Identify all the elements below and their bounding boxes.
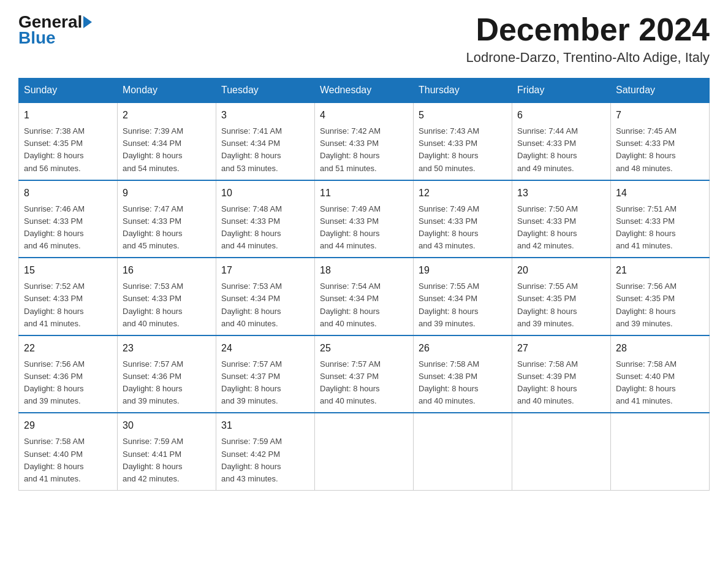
calendar-cell-13: 13Sunrise: 7:50 AMSunset: 4:33 PMDayligh…: [512, 180, 611, 258]
calendar-cell-17: 17Sunrise: 7:53 AMSunset: 4:34 PMDayligh…: [216, 258, 315, 335]
calendar-table: SundayMondayTuesdayWednesdayThursdayFrid…: [18, 78, 710, 491]
day-info: Sunrise: 7:39 AMSunset: 4:34 PMDaylight:…: [123, 125, 211, 175]
day-number: 5: [419, 108, 507, 123]
day-info: Sunrise: 7:44 AMSunset: 4:33 PMDaylight:…: [517, 125, 605, 175]
calendar-cell-24: 24Sunrise: 7:57 AMSunset: 4:37 PMDayligh…: [216, 335, 315, 413]
calendar-cell-27: 27Sunrise: 7:58 AMSunset: 4:39 PMDayligh…: [512, 335, 611, 413]
day-number: 18: [320, 263, 408, 278]
calendar-cell-empty: [414, 413, 512, 490]
calendar-cell-29: 29Sunrise: 7:58 AMSunset: 4:40 PMDayligh…: [19, 413, 118, 490]
calendar-cell-10: 10Sunrise: 7:48 AMSunset: 4:33 PMDayligh…: [216, 180, 315, 258]
day-info: Sunrise: 7:58 AMSunset: 4:40 PMDaylight:…: [616, 358, 704, 408]
header: General Blue December 2024 Lodrone-Darzo…: [18, 12, 710, 66]
day-info: Sunrise: 7:54 AMSunset: 4:34 PMDaylight:…: [320, 280, 408, 330]
header-saturday: Saturday: [611, 79, 710, 103]
header-monday: Monday: [118, 79, 216, 103]
day-number: 9: [123, 186, 211, 201]
day-info: Sunrise: 7:46 AMSunset: 4:33 PMDaylight:…: [24, 203, 112, 253]
day-info: Sunrise: 7:41 AMSunset: 4:34 PMDaylight:…: [221, 125, 309, 175]
calendar-cell-7: 7Sunrise: 7:45 AMSunset: 4:33 PMDaylight…: [611, 102, 710, 180]
header-wednesday: Wednesday: [315, 79, 414, 103]
calendar-cell-26: 26Sunrise: 7:58 AMSunset: 4:38 PMDayligh…: [414, 335, 512, 413]
day-number: 24: [221, 341, 309, 356]
day-number: 23: [123, 341, 211, 356]
calendar-cell-9: 9Sunrise: 7:47 AMSunset: 4:33 PMDaylight…: [118, 180, 216, 258]
calendar-cell-8: 8Sunrise: 7:46 AMSunset: 4:33 PMDaylight…: [19, 180, 118, 258]
day-number: 13: [517, 186, 605, 201]
day-info: Sunrise: 7:53 AMSunset: 4:34 PMDaylight:…: [221, 280, 309, 330]
day-number: 15: [24, 263, 112, 278]
location-title: Lodrone-Darzo, Trentino-Alto Adige, Ital…: [466, 50, 710, 66]
day-number: 26: [419, 341, 507, 356]
calendar-cell-1: 1Sunrise: 7:38 AMSunset: 4:35 PMDaylight…: [19, 102, 118, 180]
week-row-3: 15Sunrise: 7:52 AMSunset: 4:33 PMDayligh…: [19, 258, 710, 335]
calendar-cell-5: 5Sunrise: 7:43 AMSunset: 4:33 PMDaylight…: [414, 102, 512, 180]
calendar-cell-empty: [512, 413, 611, 490]
day-info: Sunrise: 7:47 AMSunset: 4:33 PMDaylight:…: [123, 203, 211, 253]
day-number: 29: [24, 418, 112, 433]
day-info: Sunrise: 7:48 AMSunset: 4:33 PMDaylight:…: [221, 203, 309, 253]
calendar-cell-22: 22Sunrise: 7:56 AMSunset: 4:36 PMDayligh…: [19, 335, 118, 413]
header-thursday: Thursday: [414, 79, 512, 103]
week-row-4: 22Sunrise: 7:56 AMSunset: 4:36 PMDayligh…: [19, 335, 710, 413]
day-info: Sunrise: 7:57 AMSunset: 4:37 PMDaylight:…: [320, 358, 408, 408]
day-number: 17: [221, 263, 309, 278]
day-number: 4: [320, 108, 408, 123]
day-number: 1: [24, 108, 112, 123]
logo: General Blue: [18, 12, 93, 48]
day-info: Sunrise: 7:45 AMSunset: 4:33 PMDaylight:…: [616, 125, 704, 175]
day-number: 21: [616, 263, 704, 278]
day-info: Sunrise: 7:49 AMSunset: 4:33 PMDaylight:…: [419, 203, 507, 253]
header-friday: Friday: [512, 79, 611, 103]
calendar-header-row: SundayMondayTuesdayWednesdayThursdayFrid…: [19, 79, 710, 103]
day-number: 16: [123, 263, 211, 278]
calendar-cell-12: 12Sunrise: 7:49 AMSunset: 4:33 PMDayligh…: [414, 180, 512, 258]
calendar-cell-19: 19Sunrise: 7:55 AMSunset: 4:34 PMDayligh…: [414, 258, 512, 335]
day-info: Sunrise: 7:55 AMSunset: 4:34 PMDaylight:…: [419, 280, 507, 330]
day-number: 8: [24, 186, 112, 201]
day-number: 7: [616, 108, 704, 123]
header-tuesday: Tuesday: [216, 79, 315, 103]
logo-blue-text: Blue: [18, 28, 56, 48]
day-number: 20: [517, 263, 605, 278]
day-number: 27: [517, 341, 605, 356]
calendar-cell-18: 18Sunrise: 7:54 AMSunset: 4:34 PMDayligh…: [315, 258, 414, 335]
calendar-cell-16: 16Sunrise: 7:53 AMSunset: 4:33 PMDayligh…: [118, 258, 216, 335]
day-number: 31: [221, 418, 309, 433]
day-info: Sunrise: 7:38 AMSunset: 4:35 PMDaylight:…: [24, 125, 112, 175]
day-info: Sunrise: 7:53 AMSunset: 4:33 PMDaylight:…: [123, 280, 211, 330]
day-number: 2: [123, 108, 211, 123]
calendar-cell-31: 31Sunrise: 7:59 AMSunset: 4:42 PMDayligh…: [216, 413, 315, 490]
day-info: Sunrise: 7:49 AMSunset: 4:33 PMDaylight:…: [320, 203, 408, 253]
calendar-cell-28: 28Sunrise: 7:58 AMSunset: 4:40 PMDayligh…: [611, 335, 710, 413]
week-row-1: 1Sunrise: 7:38 AMSunset: 4:35 PMDaylight…: [19, 102, 710, 180]
week-row-2: 8Sunrise: 7:46 AMSunset: 4:33 PMDaylight…: [19, 180, 710, 258]
calendar-cell-23: 23Sunrise: 7:57 AMSunset: 4:36 PMDayligh…: [118, 335, 216, 413]
calendar-cell-20: 20Sunrise: 7:55 AMSunset: 4:35 PMDayligh…: [512, 258, 611, 335]
day-info: Sunrise: 7:55 AMSunset: 4:35 PMDaylight:…: [517, 280, 605, 330]
header-sunday: Sunday: [19, 79, 118, 103]
day-info: Sunrise: 7:42 AMSunset: 4:33 PMDaylight:…: [320, 125, 408, 175]
day-info: Sunrise: 7:56 AMSunset: 4:36 PMDaylight:…: [24, 358, 112, 408]
calendar-cell-21: 21Sunrise: 7:56 AMSunset: 4:35 PMDayligh…: [611, 258, 710, 335]
calendar-cell-14: 14Sunrise: 7:51 AMSunset: 4:33 PMDayligh…: [611, 180, 710, 258]
day-number: 30: [123, 418, 211, 433]
week-row-5: 29Sunrise: 7:58 AMSunset: 4:40 PMDayligh…: [19, 413, 710, 490]
day-number: 6: [517, 108, 605, 123]
day-number: 22: [24, 341, 112, 356]
day-number: 14: [616, 186, 704, 201]
calendar-cell-3: 3Sunrise: 7:41 AMSunset: 4:34 PMDaylight…: [216, 102, 315, 180]
calendar-cell-empty: [315, 413, 414, 490]
day-info: Sunrise: 7:59 AMSunset: 4:42 PMDaylight:…: [221, 435, 309, 485]
day-info: Sunrise: 7:52 AMSunset: 4:33 PMDaylight:…: [24, 280, 112, 330]
calendar-cell-2: 2Sunrise: 7:39 AMSunset: 4:34 PMDaylight…: [118, 102, 216, 180]
day-info: Sunrise: 7:57 AMSunset: 4:37 PMDaylight:…: [221, 358, 309, 408]
day-number: 19: [419, 263, 507, 278]
calendar-cell-4: 4Sunrise: 7:42 AMSunset: 4:33 PMDaylight…: [315, 102, 414, 180]
day-info: Sunrise: 7:51 AMSunset: 4:33 PMDaylight:…: [616, 203, 704, 253]
logo-arrow-icon: [83, 16, 92, 28]
day-info: Sunrise: 7:50 AMSunset: 4:33 PMDaylight:…: [517, 203, 605, 253]
month-title: December 2024: [466, 12, 710, 47]
calendar-cell-11: 11Sunrise: 7:49 AMSunset: 4:33 PMDayligh…: [315, 180, 414, 258]
calendar-cell-6: 6Sunrise: 7:44 AMSunset: 4:33 PMDaylight…: [512, 102, 611, 180]
